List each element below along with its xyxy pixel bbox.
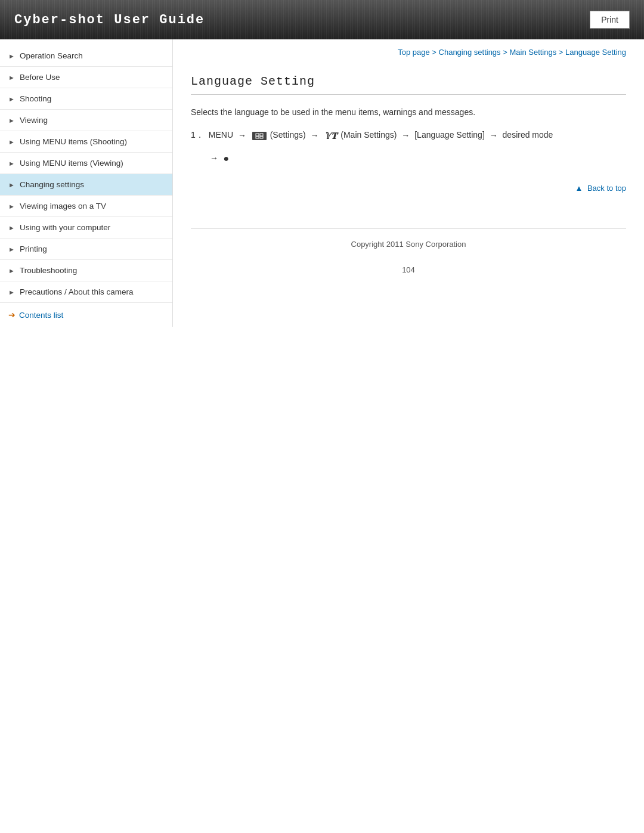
chevron-right-icon: ► (8, 138, 15, 145)
back-to-top-link[interactable]: ▲ Back to top (575, 184, 626, 193)
sidebar-item-label: Shooting (20, 94, 51, 103)
sidebar-item-label: Using MENU items (Viewing) (20, 159, 123, 168)
sidebar-item-label: Changing settings (20, 180, 84, 189)
sidebar-item-menu-viewing[interactable]: ► Using MENU items (Viewing) (0, 153, 172, 174)
breadcrumb-separator: > (432, 48, 438, 57)
page-number: 104 (191, 259, 626, 286)
page-header: Cyber-shot User Guide Print (0, 0, 644, 39)
sidebar-item-label: Before Use (20, 73, 60, 82)
sidebar-item-label: Precautions / About this camera (20, 287, 134, 296)
main-layout: ► Operation Search ► Before Use ► Shooti… (0, 39, 644, 327)
breadcrumb-separator: > (559, 48, 565, 57)
step-text: MENU → (Settings) → (209, 128, 553, 144)
chevron-right-icon: ► (8, 289, 15, 296)
desired-mode-label: desired mode (503, 131, 553, 140)
app-title: Cyber-shot User Guide (14, 13, 205, 27)
step-number: 1． (191, 128, 204, 141)
sidebar-item-operation-search[interactable]: ► Operation Search (0, 45, 172, 67)
arrow-icon: → (490, 131, 498, 140)
sidebar-item-menu-shooting[interactable]: ► Using MENU items (Shooting) (0, 131, 172, 153)
sidebar-item-label: Viewing (20, 116, 48, 125)
settings-icon (252, 132, 267, 140)
arrow-right-icon: ➔ (8, 310, 16, 320)
sidebar-item-label: Viewing images on a TV (20, 202, 106, 210)
chevron-right-icon: ► (8, 117, 15, 124)
breadcrumb-current: Language Setting (565, 48, 626, 57)
sub-step: → ● (208, 151, 626, 166)
content-description: Selects the language to be used in the m… (191, 106, 626, 119)
sidebar-item-label: Printing (20, 244, 47, 253)
sidebar-item-before-use[interactable]: ► Before Use (0, 67, 172, 88)
arrow-icon: → (311, 131, 319, 140)
chevron-right-icon: ► (8, 203, 15, 210)
breadcrumb-separator: > (503, 48, 509, 57)
chevron-right-icon: ► (8, 246, 15, 253)
chevron-right-icon: ► (8, 95, 15, 103)
contents-list-label: Contents list (19, 311, 63, 320)
main-settings-label: (Main Settings) (340, 131, 397, 140)
print-button[interactable]: Print (590, 11, 630, 29)
sidebar-item-label: Troubleshooting (20, 266, 77, 275)
breadcrumb: Top page > Changing settings > Main Sett… (191, 39, 626, 63)
sidebar-item-printing[interactable]: ► Printing (0, 239, 172, 260)
breadcrumb-top-page[interactable]: Top page (398, 48, 430, 57)
sidebar-item-label: Using MENU items (Shooting) (20, 137, 127, 146)
chevron-right-icon: ► (8, 160, 15, 167)
sidebar: ► Operation Search ► Before Use ► Shooti… (0, 39, 173, 327)
footer: Copyright 2011 Sony Corporation (191, 228, 626, 259)
menu-label: MENU (209, 131, 233, 140)
main-content: Top page > Changing settings > Main Sett… (173, 39, 644, 304)
arrow-icon: → (401, 131, 410, 140)
chevron-right-icon: ► (8, 52, 15, 60)
yt-icon: 𝕐𝐓 (324, 131, 337, 141)
chevron-right-icon: ► (8, 74, 15, 81)
chevron-right-icon: ► (8, 224, 15, 231)
back-to-top-label: Back to top (587, 184, 626, 193)
page-title: Language Setting (191, 75, 626, 95)
chevron-right-icon: ► (8, 181, 15, 188)
chevron-right-icon: ► (8, 267, 15, 274)
settings-label: (Settings) (270, 131, 306, 140)
back-to-top: ▲ Back to top (191, 184, 626, 193)
copyright-text: Copyright 2011 Sony Corporation (351, 240, 466, 249)
language-setting-label: [Language Setting] (414, 131, 485, 140)
triangle-up-icon: ▲ (575, 184, 583, 193)
sidebar-item-label: Operation Search (20, 51, 83, 60)
content-body: Selects the language to be used in the m… (191, 106, 626, 166)
sidebar-item-changing-settings[interactable]: ► Changing settings (0, 174, 172, 196)
sidebar-item-precautions[interactable]: ► Precautions / About this camera (0, 281, 172, 303)
sidebar-item-viewing-tv[interactable]: ► Viewing images on a TV (0, 196, 172, 217)
contents-list-link[interactable]: ➔ Contents list (0, 303, 172, 327)
sidebar-item-shooting[interactable]: ► Shooting (0, 88, 172, 110)
breadcrumb-main-settings[interactable]: Main Settings (509, 48, 556, 57)
sidebar-item-viewing[interactable]: ► Viewing (0, 110, 172, 131)
arrow-icon: → (210, 151, 218, 165)
arrow-icon: → (238, 131, 246, 140)
breadcrumb-changing-settings[interactable]: Changing settings (439, 48, 501, 57)
sidebar-item-computer[interactable]: ► Using with your computer (0, 217, 172, 239)
bullet-dot: ● (221, 151, 229, 166)
sidebar-item-label: Using with your computer (20, 223, 110, 232)
step-1: 1． MENU → (Settings) (191, 128, 626, 144)
sidebar-item-troubleshooting[interactable]: ► Troubleshooting (0, 260, 172, 281)
